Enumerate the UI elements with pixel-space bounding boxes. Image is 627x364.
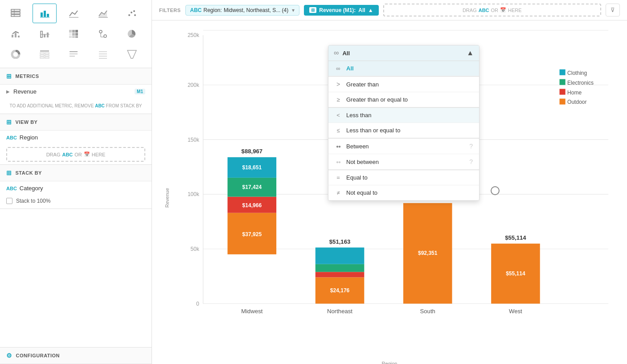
svg-rect-29: [72, 36, 75, 38]
waterfall2-btn[interactable]: [91, 45, 115, 64]
dropdown-item-not-equal-to[interactable]: ≠ Not equal to: [328, 185, 479, 200]
svg-text:50k: 50k: [191, 246, 200, 252]
svg-point-31: [99, 30, 102, 33]
svg-point-13: [133, 10, 135, 12]
svg-rect-28: [69, 36, 72, 38]
revenue-btn-value: All: [358, 7, 365, 13]
hint-text: TO ADD ADDITIONAL METRIC, REMOVE: [9, 103, 94, 108]
filter-label: FILTERS: [159, 8, 181, 13]
svg-text:$51,163: $51,163: [329, 238, 350, 245]
svg-rect-42: [45, 57, 49, 58]
not-between-help-icon[interactable]: ?: [469, 158, 473, 165]
table2-btn[interactable]: [33, 45, 57, 64]
dropdown-item-less-than-equal[interactable]: ≤ Less than or equal to: [328, 123, 479, 138]
svg-text:$92,351: $92,351: [418, 250, 438, 256]
stackby-label: STACK BY: [16, 170, 42, 176]
dropdown-container: ∞ All ▲ ∞ All > Greater than ≥: [328, 45, 479, 201]
svg-rect-40: [45, 55, 49, 56]
equal-to-label: Equal to: [346, 174, 473, 181]
scatter-chart-btn[interactable]: [120, 4, 144, 23]
svg-point-11: [128, 14, 130, 16]
infinity-icon: ∞: [334, 49, 339, 57]
header-cal-icon: 📅: [500, 7, 506, 13]
dropdown-item-equal-to[interactable]: = Equal to: [328, 170, 479, 185]
stackby-icon: ⊞: [6, 169, 12, 176]
heat-map-btn[interactable]: [61, 24, 86, 44]
expand-arrow-icon[interactable]: ▶: [6, 89, 10, 94]
waterfall-chart-btn[interactable]: [33, 24, 57, 44]
pie-chart-btn[interactable]: [120, 24, 144, 44]
svg-rect-0: [11, 9, 20, 11]
header-drag-text: DRAG: [463, 8, 477, 13]
svg-rect-82: [560, 79, 566, 85]
donut-chart-btn[interactable]: [4, 45, 28, 64]
metrics-label: METRICS: [16, 74, 39, 79]
svg-rect-36: [40, 50, 49, 52]
viewby-drag-zone[interactable]: DRAG ABC OR 📅 HERE: [6, 147, 145, 162]
pivot-table-btn[interactable]: [91, 24, 115, 44]
svg-rect-26: [72, 33, 75, 36]
greater-than-equal-icon: ≥: [335, 96, 342, 103]
stack100-label: Stack to 100%: [16, 198, 50, 204]
table-chart-btn[interactable]: [4, 4, 28, 23]
drag-label: DRAG: [46, 152, 61, 157]
filter-chevron-icon: ▾: [292, 7, 295, 13]
dropdown-item-greater-than[interactable]: > Greater than: [328, 77, 479, 92]
drag-here-text: HERE: [92, 152, 106, 157]
not-between-icon: ●●: [335, 160, 342, 164]
dropdown-item-not-between[interactable]: ●● Not between ?: [328, 154, 479, 170]
greater-than-equal-label: Greater than or equal to: [346, 96, 473, 103]
dropdown-item-greater-than-equal[interactable]: ≥ Greater than or equal to: [328, 92, 479, 107]
dropdown-header[interactable]: ∞ All ▲: [328, 45, 479, 61]
dropdown-item-less-than[interactable]: < Less than: [328, 108, 479, 123]
stack100-checkbox[interactable]: [6, 198, 12, 204]
dropdown-item-between[interactable]: ●● Between ?: [328, 139, 479, 154]
svg-rect-6: [47, 14, 49, 17]
funnel-btn[interactable]: [120, 45, 144, 64]
filter-funnel-icon: ⊽: [611, 7, 615, 13]
svg-point-14: [134, 14, 136, 16]
svg-rect-21: [47, 33, 49, 37]
line-chart-btn[interactable]: [61, 4, 86, 23]
svg-rect-27: [75, 33, 78, 36]
header-drag-abc: ABC: [479, 8, 489, 13]
less-than-icon: <: [335, 112, 342, 119]
filter-region-label: Region:: [204, 7, 222, 13]
add-metric-hint: TO ADD ADDITIONAL METRIC, REMOVE ABC FRO…: [0, 98, 152, 114]
svg-text:$88,967: $88,967: [242, 148, 262, 155]
metric-revenue-row[interactable]: ▶ Revenue M1: [0, 85, 152, 98]
header-drag-drop-zone[interactable]: DRAG ABC OR 📅 HERE: [383, 4, 601, 16]
region-filter-pill[interactable]: ABC Region: Midwest, Northeast, S... (4)…: [185, 5, 300, 16]
svg-text:200k: 200k: [188, 82, 200, 88]
x-axis-label: Region: [382, 361, 398, 364]
viewby-label: VIEW BY: [16, 119, 38, 125]
list-chart-btn[interactable]: [61, 45, 86, 64]
hint-suffix: FROM STACK BY: [106, 103, 142, 108]
stack100-row[interactable]: Stack to 100%: [0, 195, 152, 209]
less-than-equal-label: Less than or equal to: [346, 127, 473, 134]
svg-point-12: [131, 12, 132, 13]
svg-text:Outdoor: Outdoor: [567, 99, 587, 105]
svg-text:$17,424: $17,424: [242, 184, 262, 190]
viewby-icon: ⊞: [6, 119, 12, 126]
svg-text:Home: Home: [567, 90, 582, 96]
all-infinity-icon: ∞: [335, 65, 342, 72]
between-icon: ●●: [335, 144, 342, 149]
config-label: CONFIGURATION: [16, 353, 60, 358]
config-section[interactable]: ⚙ CONFIGURATION: [0, 347, 152, 364]
dropdown-item-all[interactable]: ∞ All: [328, 61, 479, 76]
svg-text:0: 0: [196, 301, 199, 307]
advanced-filter-button[interactable]: ⊽: [606, 4, 620, 16]
svg-rect-15: [12, 35, 13, 37]
svg-rect-30: [75, 36, 78, 38]
svg-text:Clothing: Clothing: [567, 70, 587, 76]
between-help-icon[interactable]: ?: [469, 143, 473, 150]
bar-chart-btn[interactable]: [33, 4, 57, 23]
combo-chart-btn[interactable]: [4, 24, 28, 44]
revenue-filter-button[interactable]: ⊞ Revenue (M1): All ▲: [304, 5, 378, 16]
filter-abc-tag: ABC: [190, 7, 202, 13]
equal-to-icon: =: [335, 174, 342, 181]
stackby-section: ⊞ STACK BY ABC Category Stack to 100%: [0, 165, 152, 209]
less-than-label: Less than: [346, 112, 473, 119]
area-chart-btn[interactable]: [91, 4, 115, 23]
